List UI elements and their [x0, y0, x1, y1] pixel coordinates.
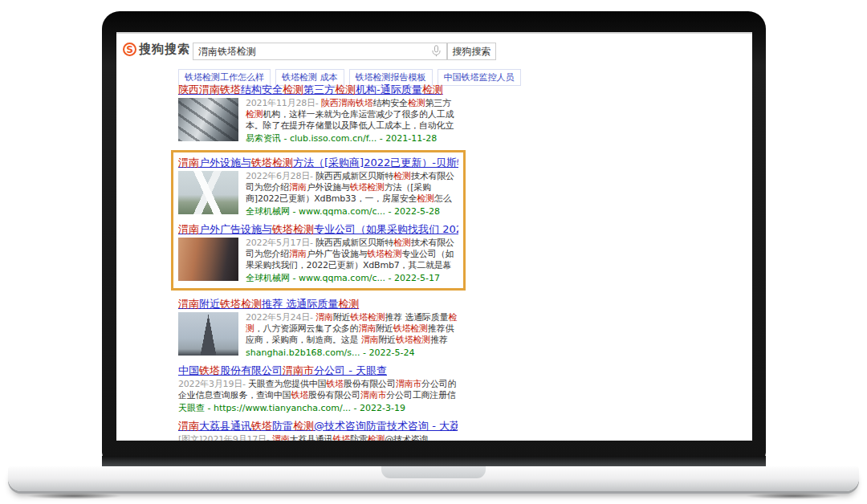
result-title-link[interactable]: 中国铁塔股份有限公司渭南市分公司 - 天眼查 [178, 364, 458, 376]
result-snippet: [图文]2021年9月17日- 渭南大荔县通讯铁塔防雷检测@技术咨询AJZHND… [178, 434, 458, 441]
result-title-link[interactable]: 渭南户外广告设施与铁塔检测专业公司（如果采购找我们 2022已更新... [178, 223, 458, 235]
result-source: 全球机械网 - www.qqma.com/c... - 2022-5-28 [246, 206, 458, 217]
search-result: 渭南户外设施与铁塔检测方法（[采购商]2022已更新）-贝斯特检测技术... 2… [178, 156, 458, 217]
result-snippet: 2022年5月24日- 渭南附近铁塔检测推荐 选通际质量检测，八方资源网云集了众… [246, 312, 458, 346]
result-source: 易索资讯 - club.isso.com.cn/f... - 2021-11-2… [246, 133, 458, 144]
laptop-mockup: S 搜狗搜索 搜狗搜索 铁塔检测工作怎么样铁塔检测 成本铁塔检测报告模板中国铁塔… [0, 0, 867, 504]
laptop-screen: S 搜狗搜索 搜狗搜索 铁塔检测工作怎么样铁塔检测 成本铁塔检测报告模板中国铁塔… [116, 32, 752, 441]
result-title-link[interactable]: 渭南附近铁塔检测推荐 选通际质量检测 [178, 298, 458, 310]
result-body: 2021年11月28日- 陕西渭南铁塔结构安全检测第三方检测机构，这样一来就为仓… [178, 98, 458, 144]
laptop-base [8, 466, 859, 491]
search-result: 中国铁塔股份有限公司渭南市分公司 - 天眼查 2022年3月19日- 天眼查为您… [178, 364, 458, 414]
sogou-logo-icon: S [123, 43, 136, 56]
result-body: 2022年5月24日- 渭南附近铁塔检测推荐 选通际质量检测，八方资源网云集了众… [178, 312, 458, 359]
result-source: 全球机械网 - www.qqma.com/c... - 2022-5-17 [246, 273, 458, 284]
sogou-logo-text: 搜狗搜索 [139, 42, 190, 57]
result-thumbnail[interactable] [178, 171, 238, 214]
search-result: 陕西渭南铁塔结构安全检测第三方检测机构-通际质量检测 2021年11月28日- … [178, 83, 458, 144]
result-snippet: 2022年3月19日- 天眼查为您提供中国铁塔股份有限公司渭南市分公司的企业信息… [178, 379, 458, 401]
result-title-link[interactable]: 渭南大荔县通讯铁塔防雷检测@技术咨询防雷技术咨询 - 大荔安全防护... [178, 420, 458, 432]
annotation-highlight-box: 渭南户外设施与铁塔检测方法（[采购商]2022已更新）-贝斯特检测技术... 2… [171, 150, 466, 291]
result-title-link[interactable]: 渭南户外设施与铁塔检测方法（[采购商]2022已更新）-贝斯特检测技术... [178, 156, 458, 169]
result-title-link[interactable]: 陕西渭南铁塔结构安全检测第三方检测机构-通际质量检测 [178, 83, 458, 96]
result-snippet: 2021年11月28日- 陕西渭南铁塔结构安全检测第三方检测机构，这样一来就为仓… [246, 98, 458, 132]
result-thumbnail[interactable] [178, 238, 238, 281]
search-input[interactable] [193, 43, 447, 60]
result-snippet: 2022年6月28日- 陕西西咸新区贝斯特检测技术有限公司为您介绍渭南户外设施与… [246, 171, 458, 205]
result-source: shanghai.b2b168.com/s... - 2022-5-24 [246, 348, 458, 359]
result-body: 2022年5月17日- 陕西西咸新区贝斯特检测技术有限公司为您介绍渭南户外广告设… [178, 238, 458, 284]
laptop-hinge [102, 456, 766, 467]
result-body: 2022年3月19日- 天眼查为您提供中国铁塔股份有限公司渭南市分公司的企业信息… [178, 379, 458, 414]
laptop-base-notch [381, 466, 486, 478]
result-thumbnail[interactable] [178, 98, 238, 141]
result-snippet: 2022年5月17日- 陕西西咸新区贝斯特检测技术有限公司为您介绍渭南户外广告设… [246, 238, 458, 271]
microphone-icon[interactable] [432, 45, 441, 60]
result-body: [图文]2021年9月17日- 渭南大荔县通讯铁塔防雷检测@技术咨询AJZHND… [178, 434, 458, 441]
result-source: 天眼查 - https://www.tianyancha.com/... - 2… [178, 403, 458, 414]
result-body: 2022年6月28日- 陕西西咸新区贝斯特检测技术有限公司为您介绍渭南户外设施与… [178, 171, 458, 217]
search-button[interactable]: 搜狗搜索 [447, 43, 496, 60]
result-thumbnail[interactable] [178, 312, 238, 356]
search-result: 渭南大荔县通讯铁塔防雷检测@技术咨询防雷技术咨询 - 大荔安全防护... [图文… [178, 420, 458, 441]
search-result: 渭南附近铁塔检测推荐 选通际质量检测 2022年5月24日- 渭南附近铁塔检测推… [178, 298, 458, 359]
sogou-logo[interactable]: S 搜狗搜索 [123, 42, 190, 57]
search-result: 渭南户外广告设施与铁塔检测专业公司（如果采购找我们 2022已更新... 202… [178, 223, 458, 284]
results-list: 陕西渭南铁塔结构安全检测第三方检测机构-通际质量检测 2021年11月28日- … [178, 83, 458, 441]
